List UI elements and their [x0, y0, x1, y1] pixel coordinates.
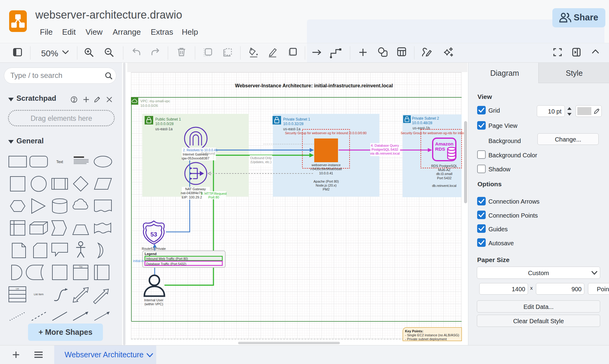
- svg-text:10.0.0.32/28: 10.0.0.32/28: [283, 122, 304, 126]
- svg-text:Title: Title: [79, 266, 83, 268]
- svg-text:RDS: RDS: [435, 146, 445, 152]
- svg-text:Multi-AZ: Multi-AZ: [438, 168, 451, 172]
- svg-text:VPC: my-small-vpc: VPC: my-small-vpc: [140, 99, 170, 103]
- svg-text:Security Group for webserver-s: Security Group for webserver-sg-rds for …: [401, 131, 466, 135]
- svg-text:PM2: PM2: [323, 187, 330, 191]
- svg-text:Inbound Web Traffic (Port 80): Inbound Web Traffic (Port 80): [146, 257, 188, 261]
- svg-text:Webserver-Instance Architectur: Webserver-Instance Architecture: initial…: [235, 83, 393, 88]
- svg-text:10.0.0.0/28: 10.0.0.0/28: [155, 122, 174, 126]
- svg-text:Port 5432: Port 5432: [437, 176, 452, 180]
- svg-text:us-east-1a: us-east-1a: [283, 127, 301, 131]
- svg-text:Private Subnet 2: Private Subnet 2: [412, 116, 439, 121]
- svg-text:- Private subnet deployment: - Private subnet deployment: [405, 337, 447, 341]
- svg-text:Text: Text: [56, 160, 63, 164]
- svg-text:RDS PostgreSQL: RDS PostgreSQL: [431, 164, 457, 168]
- svg-text:NAT Gateway: NAT Gateway: [185, 187, 206, 191]
- svg-text:Internal User: Internal User: [144, 298, 164, 302]
- svg-text:Outbound: Outbound: [201, 152, 215, 155]
- svg-text:EIP: 100.29.2: EIP: 100.29.2: [182, 195, 202, 199]
- svg-text:Outbound Only: Outbound Only: [250, 156, 272, 160]
- svg-text:Database Traffic (Port 5432): Database Traffic (Port 5432): [146, 262, 186, 266]
- svg-text:Amazon: Amazon: [435, 141, 453, 146]
- svg-text:Security Group for webserver-s: Security Group for webserver-sg for inbo…: [285, 131, 367, 135]
- svg-text:Legend: Legend: [145, 252, 157, 256]
- svg-text:Public Subnet 1: Public Subnet 1: [155, 117, 181, 121]
- svg-text:Apache (Port 80): Apache (Port 80): [313, 180, 339, 183]
- svg-text:10.0.0.48/28: 10.0.0.48/28: [412, 121, 432, 125]
- svg-text:Private Subnet 1: Private Subnet 1: [283, 117, 310, 121]
- svg-text:List Item: List Item: [34, 293, 44, 296]
- svg-text:List: List: [16, 288, 19, 290]
- svg-text:- Single EC2 instance (no ALB/: - Single EC2 instance (no ALB/ASG): [405, 333, 459, 337]
- svg-text:db.reinvent.local: db.reinvent.local: [432, 184, 456, 187]
- svg-text:i-0435c5fe9f6a60da6: i-0435c5fe9f6a60da6: [310, 167, 342, 171]
- svg-text:4. Database Query: 4. Database Query: [371, 144, 399, 147]
- svg-text:Port 80: Port 80: [208, 195, 219, 199]
- svg-text:PostgreSQL:5432: PostgreSQL:5432: [371, 148, 398, 151]
- svg-text:10.0.0.0/26: 10.0.0.0/26: [140, 104, 158, 107]
- svg-text:3. HTTP Request: 3. HTTP Request: [201, 192, 227, 195]
- svg-text:Node.js (20.x): Node.js (20.x): [316, 184, 336, 187]
- svg-text:db.t3.small: db.t3.small: [436, 172, 452, 176]
- svg-text:(Updates, etc.): (Updates, etc.): [251, 160, 272, 164]
- svg-text:igw-053xxxxb8387: igw-053xxxxb8387: [181, 156, 209, 160]
- svg-text:via db.reinvent.local: via db.reinvent.local: [370, 152, 400, 155]
- svg-text:(within VPC): (within VPC): [144, 302, 163, 306]
- svg-text:Route53 Private: Route53 Private: [142, 247, 166, 250]
- svg-text:initial-in: initial-in: [133, 259, 144, 263]
- svg-text:10.0.0.41: 10.0.0.41: [319, 171, 333, 175]
- svg-text:us-east-1a: us-east-1a: [155, 127, 173, 131]
- svg-text:53: 53: [150, 231, 157, 238]
- svg-text:webserver-instance: webserver-instance: [311, 163, 340, 167]
- svg-text:Key Points:: Key Points:: [405, 329, 424, 333]
